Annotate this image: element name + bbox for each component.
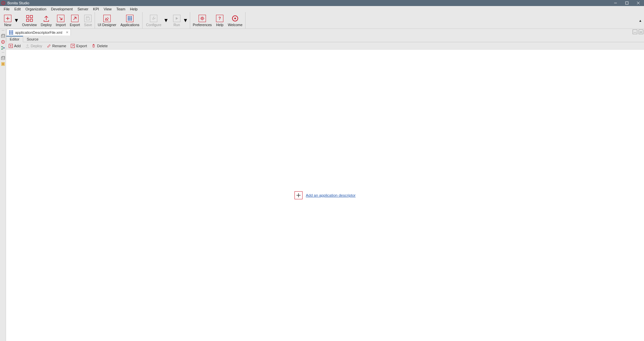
action-rename[interactable]: Rename <box>47 44 66 48</box>
svg-rect-32 <box>2 56 5 58</box>
action-deploy: Deploy <box>25 44 42 48</box>
overview-button[interactable]: Overview <box>20 12 39 28</box>
configure-button: Configure ▼ <box>143 12 170 28</box>
menu-view[interactable]: View <box>101 7 114 11</box>
restore-view-icon-2[interactable] <box>1 56 5 60</box>
applications-button[interactable]: Applications <box>118 12 142 28</box>
action-add[interactable]: Add <box>9 44 21 48</box>
svg-rect-17 <box>131 18 132 19</box>
svg-line-11 <box>107 17 109 19</box>
menu-file[interactable]: File <box>1 7 12 11</box>
svg-rect-25 <box>2 34 5 36</box>
app-title: Bonita Studio <box>7 1 29 5</box>
chevron-down-icon[interactable]: ▼ <box>14 17 19 23</box>
plus-icon <box>4 15 11 22</box>
svg-rect-10 <box>30 19 33 21</box>
menu-development[interactable]: Development <box>49 7 75 11</box>
action-deploy-label: Deploy <box>31 44 42 48</box>
svg-point-27 <box>2 42 3 43</box>
new-button[interactable]: New ▼ <box>1 12 20 28</box>
uidesigner-icon <box>103 15 111 22</box>
applications-label: Applications <box>120 23 140 27</box>
gear-icon <box>199 15 206 22</box>
help-label: Help <box>216 23 224 27</box>
uidesigner-button[interactable]: UI Designer <box>96 12 118 28</box>
window-close-button[interactable] <box>633 0 644 6</box>
svg-rect-20 <box>131 19 132 20</box>
handle-dots-icon: ⋯ <box>2 52 4 54</box>
action-delete[interactable]: Delete <box>92 44 108 48</box>
menu-help[interactable]: Help <box>128 7 140 11</box>
svg-rect-38 <box>12 30 13 31</box>
menu-organization[interactable]: Organization <box>23 7 49 11</box>
svg-rect-12 <box>128 16 129 17</box>
app-icon <box>1 1 5 5</box>
subtab-source[interactable]: Source <box>23 36 42 42</box>
svg-rect-29 <box>1 49 2 50</box>
menubar: File Edit Organization Development Serve… <box>0 6 644 12</box>
plus-icon <box>294 191 303 199</box>
svg-rect-13 <box>129 16 130 17</box>
upload-icon <box>25 44 30 48</box>
minimize-editor-icon[interactable]: — <box>633 29 637 34</box>
svg-rect-7 <box>26 15 29 18</box>
wrench-icon <box>150 15 157 22</box>
welcome-button[interactable]: Welcome <box>226 12 245 28</box>
svg-rect-39 <box>9 32 10 33</box>
bonita-view-icon[interactable] <box>1 40 5 44</box>
menu-kpi[interactable]: KPI <box>91 7 101 11</box>
plus-square-icon <box>9 44 13 48</box>
editor-tab-row: applicationDescriptorFile.xml ✕ — ▭ <box>6 29 644 36</box>
action-delete-label: Delete <box>97 44 108 48</box>
window-maximize-button[interactable] <box>621 0 633 6</box>
menu-edit[interactable]: Edit <box>12 7 23 11</box>
editor-subtabs: Editor Source <box>6 36 644 42</box>
chevron-down-icon: ▼ <box>163 17 169 23</box>
action-rename-label: Rename <box>52 44 66 48</box>
add-application-descriptor-link[interactable]: Add an application descriptor <box>306 193 356 197</box>
trash-icon <box>92 44 96 48</box>
svg-rect-30 <box>4 48 5 49</box>
play-icon <box>173 15 180 22</box>
maximize-editor-icon[interactable]: ▭ <box>639 29 643 34</box>
main-toolbar: New ▼ Overview Deploy Import Export Save… <box>0 12 644 29</box>
action-export[interactable]: Export <box>71 44 87 48</box>
subtab-editor[interactable]: Editor <box>6 36 23 42</box>
menu-server[interactable]: Server <box>75 7 91 11</box>
svg-rect-16 <box>129 18 130 19</box>
import-label: Import <box>56 23 66 27</box>
perspective-switcher-icon[interactable]: ▲ <box>639 18 642 22</box>
file-tab-label: applicationDescriptorFile.xml <box>15 30 62 35</box>
svg-point-21 <box>202 17 203 19</box>
pencil-icon <box>47 44 51 48</box>
svg-rect-19 <box>129 19 130 20</box>
deploy-icon <box>43 14 50 23</box>
tree-view-icon[interactable] <box>1 46 5 50</box>
svg-text:?: ? <box>219 16 221 21</box>
window-minimize-button[interactable] <box>610 0 621 6</box>
deploy-button[interactable]: Deploy <box>39 12 54 28</box>
svg-rect-2 <box>626 2 628 4</box>
menu-team[interactable]: Team <box>114 7 128 11</box>
svg-point-0 <box>3 3 4 4</box>
export-button[interactable]: Export <box>68 12 82 28</box>
configure-label: Configure <box>146 23 162 27</box>
import-button[interactable]: Import <box>54 12 68 28</box>
svg-rect-14 <box>131 16 132 17</box>
add-application-descriptor[interactable]: Add an application descriptor <box>294 191 356 199</box>
chevron-down-icon: ▼ <box>183 17 188 23</box>
file-tab-application-descriptor[interactable]: applicationDescriptorFile.xml ✕ <box>7 29 71 36</box>
svg-rect-37 <box>11 30 12 31</box>
deploy-label: Deploy <box>41 23 52 27</box>
export-icon <box>71 15 78 22</box>
action-export-label: Export <box>76 44 87 48</box>
restore-view-icon[interactable] <box>1 33 5 38</box>
close-tab-icon[interactable]: ✕ <box>66 30 68 34</box>
export-icon <box>71 44 75 48</box>
svg-rect-28 <box>1 46 2 47</box>
svg-rect-9 <box>26 19 29 21</box>
help-button[interactable]: ? Help <box>214 12 226 28</box>
svg-rect-18 <box>128 19 129 20</box>
validation-view-icon[interactable] <box>1 62 5 66</box>
preferences-button[interactable]: Preferences <box>191 12 214 28</box>
